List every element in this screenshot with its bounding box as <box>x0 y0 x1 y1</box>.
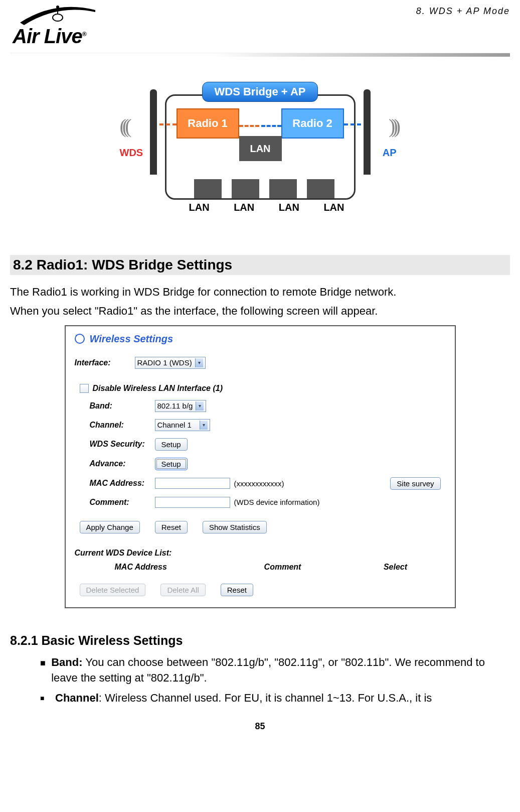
wds-list-header: Current WDS Device List: <box>75 549 446 558</box>
registered-mark: ® <box>82 31 86 38</box>
svg-point-2 <box>56 6 59 9</box>
advance-setup-button[interactable]: Setup <box>155 458 188 470</box>
bullet-text: Channel: Wireless Channel used. For EU, … <box>55 691 432 706</box>
disable-wlan-label: Disable Wireless LAN Interface (1) <box>93 384 223 393</box>
chapter-title: 8. WDS + AP Mode <box>416 5 510 17</box>
chevron-down-icon: ▾ <box>196 401 204 411</box>
svg-point-0 <box>53 14 63 21</box>
device-box: Radio 1 Radio 2 LAN LAN LAN LAN LAN <box>165 94 356 200</box>
logo-text: Air Live <box>13 25 82 47</box>
radio2-block: Radio 2 <box>281 108 344 139</box>
band-label: Band: <box>75 401 155 411</box>
lan-port-label: LAN <box>189 202 210 213</box>
band-select[interactable]: 802.11 b/g ▾ <box>155 400 207 412</box>
header-divider <box>10 53 510 57</box>
signal-waves-left-icon: ((( <box>120 114 128 138</box>
antenna-right-icon <box>364 89 371 175</box>
reset-button[interactable]: Reset <box>155 521 188 533</box>
brand-logo: Air Live® <box>10 5 150 53</box>
col-select: Select <box>345 563 446 572</box>
comment-input[interactable] <box>155 497 230 508</box>
subsection-heading: 8.2.1 Basic Wireless Settings <box>10 633 510 648</box>
section-heading: 8.2 Radio1: WDS Bridge Settings <box>10 255 510 275</box>
channel-value: Channel 1 <box>157 421 192 429</box>
apply-change-button[interactable]: Apply Change <box>80 521 140 533</box>
comment-label: Comment: <box>75 498 155 507</box>
lan-port-label: LAN <box>279 202 299 213</box>
comment-hint: (WDS device information) <box>230 498 320 506</box>
delete-selected-button[interactable]: Delete Selected <box>80 584 146 596</box>
wds-side-label: WDS <box>120 147 143 159</box>
wireless-settings-panel: Wireless Settings Interface: RADIO 1 (WD… <box>65 325 456 608</box>
wds-security-label: WDS Security: <box>75 440 155 449</box>
section-paragraph: The Radio1 is working in WDS Bridge for … <box>10 284 510 300</box>
channel-select[interactable]: Channel 1 ▾ <box>155 419 211 431</box>
interface-label: Interface: <box>75 358 135 367</box>
signal-waves-right-icon: ((( <box>393 114 401 138</box>
lan-port-icon <box>232 179 259 198</box>
lan-port-icon <box>307 179 334 198</box>
disable-wlan-checkbox[interactable] <box>80 384 89 393</box>
col-comment: Comment <box>220 563 345 572</box>
mac-address-label: MAC Address: <box>75 479 155 488</box>
antenna-left-icon <box>150 89 157 175</box>
bullet-marker-icon: ■ <box>40 655 51 686</box>
chevron-down-icon: ▾ <box>195 358 203 367</box>
list-item: ■ Band: You can choose between "802.11g/… <box>40 655 490 686</box>
bullet-text: Band: You can choose between "802.11g/b"… <box>51 655 490 686</box>
bullet-marker-icon: ■ <box>40 691 55 706</box>
lan-center-block: LAN <box>239 136 282 161</box>
radio1-block: Radio 1 <box>177 108 239 139</box>
channel-label: Channel: <box>75 421 155 430</box>
delete-all-button[interactable]: Delete All <box>160 584 205 596</box>
section-paragraph: When you select "Radio1" as the interfac… <box>10 303 510 319</box>
bullet-list: ■ Band: You can choose between "802.11g/… <box>40 655 490 706</box>
page-number: 85 <box>0 721 520 732</box>
lan-port-icon <box>194 179 222 198</box>
site-survey-button[interactable]: Site survey <box>390 477 440 490</box>
chevron-down-icon: ▾ <box>200 421 208 430</box>
advance-label: Advance: <box>75 459 155 468</box>
col-mac-address: MAC Address <box>75 563 220 572</box>
mac-address-hint: (xxxxxxxxxxxx) <box>230 479 284 488</box>
interface-select[interactable]: RADIO 1 (WDS) ▾ <box>135 357 206 369</box>
wireless-icon <box>75 334 85 344</box>
interface-value: RADIO 1 (WDS) <box>137 358 192 367</box>
ap-side-label: AP <box>383 147 397 159</box>
lan-port-label: LAN <box>323 202 344 213</box>
mac-address-input[interactable] <box>155 478 230 489</box>
wds-security-setup-button[interactable]: Setup <box>155 438 188 451</box>
lan-port-label: LAN <box>234 202 254 213</box>
list-item: ■ Channel: Wireless Channel used. For EU… <box>40 691 490 706</box>
mode-diagram: WDS Bridge + AP ((( ((( WDS AP Radio 1 R… <box>120 82 401 227</box>
reset-list-button[interactable]: Reset <box>221 584 253 596</box>
lan-port-icon <box>269 179 297 198</box>
band-value: 802.11 b/g <box>157 401 193 410</box>
panel-title: Wireless Settings <box>90 333 174 345</box>
show-statistics-button[interactable]: Show Statistics <box>203 521 267 533</box>
diagram-badge: WDS Bridge + AP <box>202 82 318 102</box>
